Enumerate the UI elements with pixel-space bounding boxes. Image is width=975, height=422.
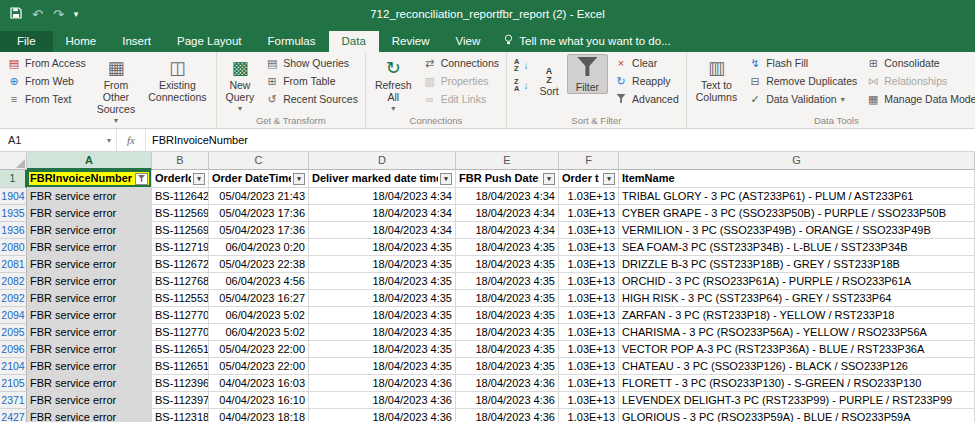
cell-F2082[interactable]: 1.03E+13 bbox=[559, 273, 619, 290]
cell-E2104[interactable]: 18/04/2023 4:35 bbox=[456, 358, 559, 375]
sort-descending-button[interactable]: ZA↓ bbox=[511, 78, 531, 92]
tab-page-layout[interactable]: Page Layout bbox=[164, 31, 255, 52]
from-other-sources-button[interactable]: ▦ From Other Sources ▾ bbox=[92, 54, 141, 127]
flash-fill-button[interactable]: ↯Flash Fill bbox=[745, 54, 860, 72]
column-header-E[interactable]: E bbox=[456, 152, 559, 170]
column-header-B[interactable]: B bbox=[152, 152, 209, 170]
cell-C2080[interactable]: 06/04/2023 0:20 bbox=[209, 239, 309, 256]
consolidate-button[interactable]: ⊞Consolidate bbox=[863, 54, 975, 72]
cell-E1904[interactable]: 18/04/2023 4:34 bbox=[456, 188, 559, 205]
row-number[interactable]: 2082 bbox=[0, 273, 27, 290]
cell-A2081[interactable]: FBR service error bbox=[27, 256, 152, 273]
reapply-button[interactable]: ↻Reapply bbox=[611, 72, 682, 90]
column-header-C[interactable]: C bbox=[209, 152, 309, 170]
from-table-button[interactable]: ⊞From Table bbox=[262, 72, 361, 90]
cell-E2095[interactable]: 18/04/2023 4:35 bbox=[456, 324, 559, 341]
cell-F2092[interactable]: 1.03E+13 bbox=[559, 290, 619, 307]
name-box[interactable]: A1 ▾ bbox=[0, 129, 117, 151]
cell-A2092[interactable]: FBR service error bbox=[27, 290, 152, 307]
cell-D1935[interactable]: 18/04/2023 4:34 bbox=[309, 205, 456, 222]
cell-F2080[interactable]: 1.03E+13 bbox=[559, 239, 619, 256]
cell-G1936[interactable]: VERMILION - 3 PC (SSO233P49B) - ORANGE /… bbox=[619, 222, 975, 239]
cell-A2105[interactable]: FBR service error bbox=[27, 375, 152, 392]
cell-B2105[interactable]: BS-112396 bbox=[152, 375, 209, 392]
cell-A2371[interactable]: FBR service error bbox=[27, 392, 152, 409]
cell-C1[interactable]: Order DateTime▾ bbox=[209, 170, 309, 188]
cell-G1935[interactable]: CYBER GRAPE - 3 PC (SSO233P50B) - PURPLE… bbox=[619, 205, 975, 222]
cell-G2081[interactable]: DRIZZLE B-3 PC (SST233P18B) - GREY / SST… bbox=[619, 256, 975, 273]
cell-F2105[interactable]: 1.03E+13 bbox=[559, 375, 619, 392]
cell-F2094[interactable]: 1.03E+13 bbox=[559, 307, 619, 324]
cell-C2371[interactable]: 04/04/2023 16:10 bbox=[209, 392, 309, 409]
row-number[interactable]: 2092 bbox=[0, 290, 27, 307]
tab-data[interactable]: Data bbox=[329, 31, 379, 52]
tab-view[interactable]: View bbox=[443, 31, 494, 52]
column-header-D[interactable]: D bbox=[309, 152, 456, 170]
row-number[interactable]: 1904 bbox=[0, 188, 27, 205]
formula-bar-input[interactable]: FBRInvoiceNumber bbox=[146, 129, 975, 151]
cell-B2095[interactable]: BS-112770 bbox=[152, 324, 209, 341]
filter-applied-icon[interactable] bbox=[135, 173, 148, 185]
save-icon[interactable] bbox=[10, 7, 22, 21]
cell-E1936[interactable]: 18/04/2023 4:34 bbox=[456, 222, 559, 239]
cell-E2105[interactable]: 18/04/2023 4:36 bbox=[456, 375, 559, 392]
cell-G2092[interactable]: HIGH RISK - 3 PC (SST233P64) - GREY / SS… bbox=[619, 290, 975, 307]
row-number[interactable]: 2105 bbox=[0, 375, 27, 392]
cell-E2371[interactable]: 18/04/2023 4:36 bbox=[456, 392, 559, 409]
cell-A2080[interactable]: FBR service error bbox=[27, 239, 152, 256]
cell-D2104[interactable]: 18/04/2023 4:35 bbox=[309, 358, 456, 375]
from-text-button[interactable]: ≡From Text bbox=[4, 90, 89, 108]
tell-me-box[interactable]: Tell me what you want to do... bbox=[493, 30, 681, 52]
cell-C2104[interactable]: 05/04/2023 22:00 bbox=[209, 358, 309, 375]
clear-filter-button[interactable]: ×Clear bbox=[611, 54, 682, 72]
cell-E2082[interactable]: 18/04/2023 4:35 bbox=[456, 273, 559, 290]
filter-button[interactable]: Filter bbox=[567, 54, 608, 94]
cell-B2371[interactable]: BS-112397 bbox=[152, 392, 209, 409]
cell-F2427[interactable]: 1.03E+13 bbox=[559, 409, 619, 422]
row-number[interactable]: 1 bbox=[0, 170, 27, 188]
cell-E1935[interactable]: 18/04/2023 4:34 bbox=[456, 205, 559, 222]
cell-C2092[interactable]: 05/04/2023 16:27 bbox=[209, 290, 309, 307]
redo-icon[interactable]: ↷ bbox=[53, 8, 64, 21]
cell-D2105[interactable]: 18/04/2023 4:36 bbox=[309, 375, 456, 392]
filter-dropdown-icon[interactable]: ▾ bbox=[543, 173, 555, 185]
tab-review[interactable]: Review bbox=[379, 31, 443, 52]
cell-D2094[interactable]: 18/04/2023 4:35 bbox=[309, 307, 456, 324]
cell-A2427[interactable]: FBR service error bbox=[27, 409, 152, 422]
cell-G1904[interactable]: TRIBAL GLORY - 3 PC (AST233P61) - PLUM /… bbox=[619, 188, 975, 205]
sort-ascending-button[interactable]: AZ↓ bbox=[511, 58, 531, 72]
sort-button[interactable]: AZ Sort bbox=[534, 54, 563, 97]
cell-F2081[interactable]: 1.03E+13 bbox=[559, 256, 619, 273]
cell-G1[interactable]: ItemName bbox=[619, 170, 975, 188]
recent-sources-button[interactable]: ↺Recent Sources bbox=[262, 90, 361, 108]
cell-F1904[interactable]: 1.03E+13 bbox=[559, 188, 619, 205]
cell-B2081[interactable]: BS-112672 bbox=[152, 256, 209, 273]
column-header-A[interactable]: A bbox=[27, 152, 152, 170]
row-number[interactable]: 1935 bbox=[0, 205, 27, 222]
cell-E2081[interactable]: 18/04/2023 4:35 bbox=[456, 256, 559, 273]
cell-E2096[interactable]: 18/04/2023 4:35 bbox=[456, 341, 559, 358]
cell-B2092[interactable]: BS-112553 bbox=[152, 290, 209, 307]
cell-G2095[interactable]: CHARISMA - 3 PC (RSO233P56A) - YELLOW / … bbox=[619, 324, 975, 341]
insert-function-button[interactable]: fx bbox=[117, 129, 146, 151]
cell-D2092[interactable]: 18/04/2023 4:35 bbox=[309, 290, 456, 307]
remove-duplicates-button[interactable]: ⊟Remove Duplicates bbox=[745, 72, 860, 90]
new-query-button[interactable]: ▩ New Query ▾ bbox=[221, 54, 260, 115]
tab-home[interactable]: Home bbox=[53, 31, 110, 52]
existing-connections-button[interactable]: ◫ Existing Connections bbox=[143, 54, 211, 103]
cell-G2371[interactable]: LEVENDEX DELIGHT-3 PC (RST233P99) - PURP… bbox=[619, 392, 975, 409]
undo-icon[interactable]: ↶ bbox=[32, 8, 43, 21]
select-all-corner[interactable] bbox=[0, 152, 27, 170]
cell-C1904[interactable]: 05/04/2023 21:43 bbox=[209, 188, 309, 205]
filter-dropdown-icon[interactable]: ▾ bbox=[193, 173, 205, 185]
cell-D1[interactable]: Deliver marked date time▾ bbox=[309, 170, 456, 188]
cell-F1[interactable]: Order t▾ bbox=[559, 170, 619, 188]
cell-F1936[interactable]: 1.03E+13 bbox=[559, 222, 619, 239]
row-number[interactable]: 2080 bbox=[0, 239, 27, 256]
cell-A1[interactable]: FBRInvoiceNumber bbox=[27, 170, 152, 188]
tab-file[interactable]: File bbox=[0, 31, 53, 52]
cell-B2427[interactable]: BS-112318 bbox=[152, 409, 209, 422]
row-number[interactable]: 2095 bbox=[0, 324, 27, 341]
cell-C2081[interactable]: 05/04/2023 22:38 bbox=[209, 256, 309, 273]
cell-C2105[interactable]: 04/04/2023 16:03 bbox=[209, 375, 309, 392]
